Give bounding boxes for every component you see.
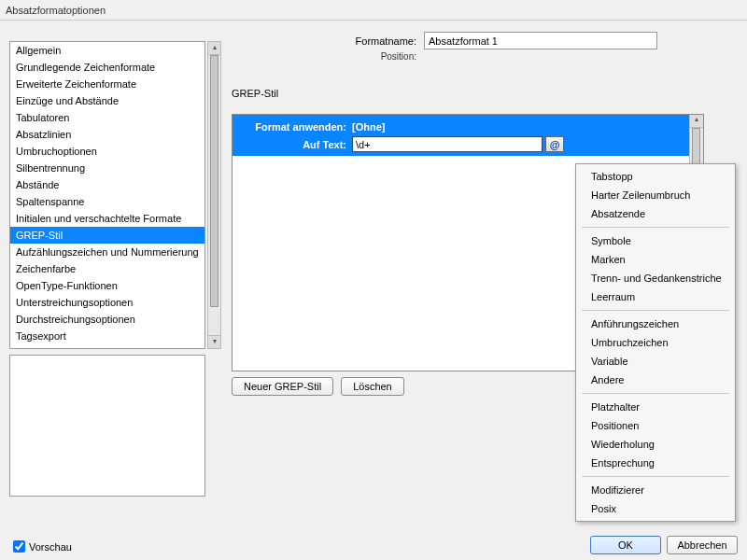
scroll-down-icon[interactable]: ▾	[208, 335, 220, 348]
sidebar-item[interactable]: Spaltenspanne	[10, 193, 204, 210]
delete-button[interactable]: Löschen	[341, 377, 404, 396]
menu-separator	[582, 393, 729, 394]
sidebar-item[interactable]: Absatzlinien	[10, 126, 204, 143]
scroll-thumb[interactable]	[210, 55, 218, 307]
sidebar-item[interactable]: Allgemein	[10, 42, 204, 59]
menu-item[interactable]: Tabstopp	[578, 167, 733, 186]
window-title: Absatzformatoptionen	[6, 5, 106, 16]
sidebar-item[interactable]: Erweiterte Zeichenformate	[10, 76, 204, 92]
menu-item[interactable]: Posix	[578, 499, 733, 518]
sidebar-item[interactable]: Unterstreichungsoptionen	[10, 294, 204, 311]
grep-text-input[interactable]	[352, 136, 543, 152]
sidebar-item[interactable]: Tabulatoren	[10, 109, 204, 126]
special-chars-button[interactable]: @	[545, 136, 564, 152]
menu-item[interactable]: Andere	[578, 371, 733, 389]
formatname-label: Formatname:	[232, 35, 424, 47]
to-text-label: Auf Text:	[233, 139, 352, 150]
menu-item[interactable]: Anführungszeichen	[578, 315, 733, 333]
sidebar-item[interactable]: GREP-Stil	[10, 227, 204, 244]
sidebar: AllgemeinGrundlegende ZeichenformateErwe…	[9, 41, 207, 498]
preview-checkbox-group[interactable]: Vorschau	[13, 540, 72, 553]
special-chars-menu[interactable]: TabstoppHarter ZeilenumbruchAbsatzendeSy…	[575, 163, 736, 522]
sidebar-item[interactable]: Initialen und verschachtelte Formate	[10, 210, 204, 227]
menu-item[interactable]: Trenn- und Gedankenstriche	[578, 269, 733, 287]
menu-item[interactable]: Absatzende	[578, 204, 733, 223]
cancel-button[interactable]: Abbrechen	[667, 536, 738, 554]
position-row: Position:	[232, 51, 736, 62]
sidebar-item[interactable]: Tagsexport	[10, 328, 204, 344]
menu-separator	[582, 310, 729, 311]
category-list[interactable]: AllgemeinGrundlegende ZeichenformateErwe…	[9, 41, 205, 349]
footer: Vorschau OK Abbrechen	[0, 534, 747, 560]
sidebar-item[interactable]: Aufzählungszeichen und Nummerierung	[10, 244, 204, 260]
apply-format-value[interactable]: [Ohne]	[352, 121, 385, 133]
preview-checkbox[interactable]	[13, 540, 25, 553]
apply-format-label: Format anwenden:	[233, 121, 352, 133]
sidebar-item[interactable]: Durchstreichungsoptionen	[10, 311, 204, 328]
formatname-input[interactable]	[424, 32, 657, 49]
menu-item[interactable]: Modifizierer	[578, 481, 733, 499]
dialog-content: AllgemeinGrundlegende ZeichenformateErwe…	[0, 21, 747, 560]
at-icon: @	[550, 139, 560, 150]
sidebar-scrollbar[interactable]: ▴ ▾	[207, 41, 221, 349]
menu-item[interactable]: Symbole	[578, 231, 733, 250]
scroll-up-icon[interactable]: ▴	[690, 115, 703, 128]
ok-button[interactable]: OK	[590, 536, 661, 554]
menu-item[interactable]: Entsprechung	[578, 454, 733, 472]
sidebar-item[interactable]: Grundlegende Zeichenformate	[10, 59, 204, 76]
menu-item[interactable]: Wiederholung	[578, 435, 733, 454]
sidebar-item[interactable]: OpenType-Funktionen	[10, 277, 204, 294]
menu-separator	[582, 227, 729, 228]
menu-item[interactable]: Marken	[578, 250, 733, 269]
menu-item[interactable]: Platzhalter	[578, 398, 733, 416]
sidebar-item[interactable]: Umbruchoptionen	[10, 143, 204, 160]
menu-item[interactable]: Umbruchzeichen	[578, 333, 733, 352]
dialog-window: Absatzformatoptionen AllgemeinGrundlegen…	[0, 0, 747, 560]
formatname-row: Formatname:	[232, 32, 736, 49]
preview-box	[9, 355, 205, 497]
sidebar-item[interactable]: Zeichenfarbe	[10, 260, 204, 277]
menu-item[interactable]: Variable	[578, 352, 733, 371]
new-grep-style-button[interactable]: Neuer GREP-Stil	[232, 377, 333, 396]
sidebar-item[interactable]: Silbentrennung	[10, 160, 204, 176]
position-label: Position:	[232, 51, 424, 62]
menu-item[interactable]: Leerraum	[578, 287, 733, 306]
scroll-up-icon[interactable]: ▴	[208, 42, 220, 55]
titlebar: Absatzformatoptionen	[0, 0, 747, 21]
menu-separator	[582, 476, 729, 477]
grep-style-entry[interactable]: Format anwenden: [Ohne] Auf Text: @	[233, 115, 703, 156]
menu-item[interactable]: Positionen	[578, 416, 733, 435]
menu-item[interactable]: Harter Zeilenumbruch	[578, 186, 733, 204]
sidebar-item[interactable]: Abstände	[10, 176, 204, 193]
preview-label: Vorschau	[29, 541, 72, 553]
sidebar-item[interactable]: Einzüge und Abstände	[10, 92, 204, 109]
grep-section-title: GREP-Stil	[232, 88, 736, 99]
